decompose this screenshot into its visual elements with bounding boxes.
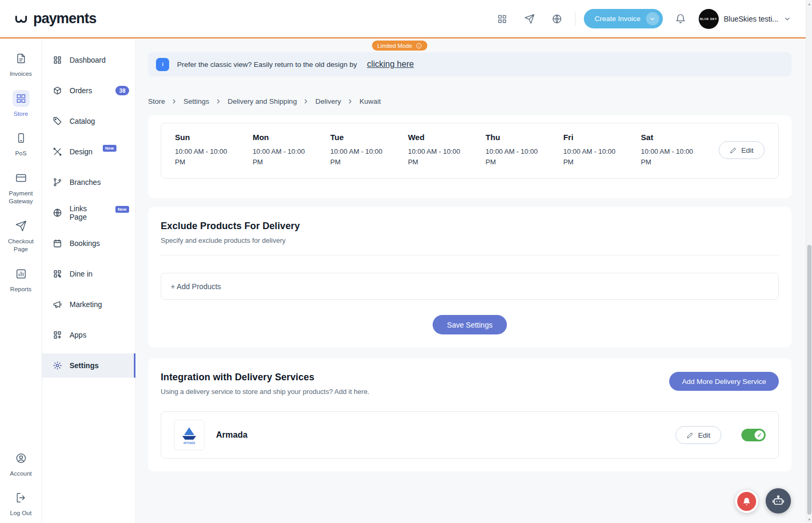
day-column-tue: Tue 10:00 AM - 10:00 PM	[330, 133, 408, 167]
invoice-icon	[13, 50, 30, 67]
day-name: Tue	[330, 133, 408, 142]
assistant-chat-button[interactable]	[766, 488, 791, 514]
sidebar-item-settings[interactable]: Settings	[42, 353, 135, 378]
design-icon	[53, 147, 62, 156]
content-column: Prefer the classic view? Easily return t…	[136, 52, 812, 471]
logo-text: payments	[33, 11, 96, 27]
classic-view-banner: Prefer the classic view? Easily return t…	[148, 52, 791, 76]
day-time: 10:00 AM - 10:00 PM	[486, 146, 541, 167]
edit-hours-label: Edit	[741, 146, 754, 154]
store-sidebar: Dashboard Orders 38 Catalog Design New B…	[42, 40, 136, 523]
apps-grid-icon[interactable]	[493, 9, 512, 28]
day-time: 10:00 AM - 10:00 PM	[641, 146, 696, 167]
primary-nav-invoices[interactable]: Invoices	[3, 50, 40, 78]
service-name: Armada	[216, 430, 248, 440]
sidebar-item-bookings[interactable]: Bookings	[42, 231, 135, 255]
orders-icon	[53, 86, 62, 95]
robot-icon	[771, 494, 785, 508]
breadcrumb-delivery[interactable]: Delivery	[315, 97, 341, 105]
links-page-icon	[53, 208, 62, 218]
reports-icon	[13, 265, 30, 282]
primary-nav-store[interactable]: Store	[3, 90, 40, 119]
pencil-icon	[730, 147, 737, 154]
chevron-right-icon	[302, 98, 309, 105]
sidebar-item-label: Marketing	[70, 300, 102, 309]
push-notifications-button[interactable]	[735, 490, 758, 513]
primary-nav-logout[interactable]: Log Out	[3, 489, 40, 518]
bell-icon	[737, 492, 756, 511]
avatar-text: BLUE SKY	[700, 17, 717, 21]
scroll-down-arrow[interactable]: ▼	[806, 516, 812, 523]
sidebar-item-label: Design	[70, 147, 93, 156]
top-header: payments Create Invoice	[0, 0, 812, 38]
sidebar-item-branches[interactable]: Branches	[42, 170, 135, 194]
new-tag: New	[103, 145, 116, 152]
breadcrumb-store[interactable]: Store	[148, 97, 165, 105]
sidebar-item-dine-in[interactable]: Dine in	[42, 262, 135, 286]
info-icon	[156, 58, 169, 71]
primary-nav-label: PoS	[15, 150, 27, 158]
app-root: payments Create Invoice	[0, 0, 812, 523]
sidebar-item-catalog[interactable]: Catalog	[42, 109, 135, 133]
delivery-integration-card: Integration with Delivery Services Using…	[148, 358, 791, 471]
breadcrumb-settings[interactable]: Settings	[183, 97, 209, 105]
primary-nav-pos[interactable]: PoS	[3, 130, 40, 158]
save-settings-button[interactable]: Save Settings	[433, 315, 506, 334]
day-name: Fri	[563, 133, 641, 142]
send-icon[interactable]	[520, 9, 539, 28]
limited-mode-badge[interactable]: Limited Mode	[372, 41, 427, 51]
scrollbar-thumb[interactable]	[807, 245, 811, 515]
svg-text:armada: armada	[183, 441, 195, 445]
page-scrollbar[interactable]: ▲ ▼	[806, 0, 812, 523]
breadcrumb-delivery-and-shipping[interactable]: Delivery and Shipping	[228, 97, 297, 105]
working-hours-box: Sun 10:00 AM - 10:00 PM Mon 10:00 AM - 1…	[161, 123, 779, 179]
logout-icon	[13, 489, 30, 506]
account-menu[interactable]: BLUE SKY BlueSkies testi...	[699, 9, 791, 29]
notifications-bell-icon[interactable]	[671, 9, 690, 28]
sidebar-item-dashboard[interactable]: Dashboard	[42, 48, 135, 72]
apps-icon	[53, 330, 62, 340]
primary-nav-account[interactable]: Account	[3, 450, 40, 478]
sidebar-item-label: Bookings	[70, 239, 100, 248]
day-time: 10:00 AM - 10:00 PM	[330, 146, 385, 167]
breadcrumb: Store Settings Delivery and Shipping Del…	[148, 97, 791, 105]
sidebar-item-apps[interactable]: Apps	[42, 323, 135, 347]
sidebar-item-label: Links Page	[70, 204, 105, 221]
sidebar-item-design[interactable]: Design New	[42, 140, 135, 164]
edit-service-button[interactable]: Edit	[676, 426, 721, 444]
primary-nav-label: Invoices	[9, 70, 32, 78]
add-products-button[interactable]: + Add Products	[161, 273, 779, 300]
edit-hours-button[interactable]: Edit	[719, 141, 765, 159]
day-column-wed: Wed 10:00 AM - 10:00 PM	[408, 133, 485, 167]
info-icon	[416, 43, 422, 49]
sidebar-item-label: Branches	[70, 178, 101, 186]
classic-view-link[interactable]: clicking here	[367, 60, 414, 69]
new-tag: New	[115, 206, 129, 213]
day-name: Sat	[641, 133, 718, 142]
primary-nav-payment-gateway[interactable]: Payment Gateway	[3, 170, 40, 206]
sidebar-item-label: Dine in	[70, 270, 93, 278]
edit-service-label: Edit	[698, 431, 710, 439]
orders-count-badge: 38	[115, 86, 129, 95]
save-settings-row: Save Settings	[161, 315, 779, 334]
account-icon	[13, 450, 30, 467]
armada-logo: armada	[174, 420, 204, 450]
add-products-label: + Add Products	[171, 282, 221, 291]
service-enabled-toggle[interactable]: ✓	[741, 429, 766, 441]
day-column-mon: Mon 10:00 AM - 10:00 PM	[252, 133, 330, 167]
primary-nav-checkout-page[interactable]: Checkout Page	[3, 218, 40, 254]
sidebar-item-label: Orders	[70, 86, 92, 95]
sidebar-item-links-page[interactable]: Links Page New	[42, 201, 135, 225]
check-icon: ✓	[755, 430, 764, 440]
primary-nav-reports[interactable]: Reports	[3, 265, 40, 294]
sidebar-item-orders[interactable]: Orders 38	[42, 78, 135, 103]
sidebar-item-label: Settings	[70, 361, 99, 370]
create-invoice-button[interactable]: Create Invoice	[584, 9, 662, 28]
globe-link-icon[interactable]	[547, 9, 566, 28]
scroll-up-arrow[interactable]: ▲	[806, 0, 812, 7]
app-logo[interactable]: payments	[14, 11, 96, 27]
catalog-icon	[53, 116, 62, 126]
sidebar-item-marketing[interactable]: Marketing	[42, 292, 135, 317]
add-delivery-service-button[interactable]: Add More Delivery Service	[669, 372, 779, 391]
primary-nav-label: Reports	[10, 285, 31, 294]
